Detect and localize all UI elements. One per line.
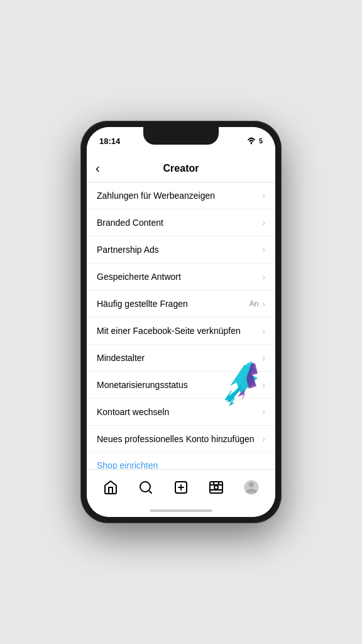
phone-frame: 18:14 5 ‹ Creator Zahlungen für Werbeanz… [80, 121, 282, 523]
back-button[interactable]: ‹ [96, 161, 100, 175]
chevron-icon-zahlungen: › [262, 191, 265, 201]
menu-item-right-kontoart: › [262, 407, 265, 417]
profile-avatar [244, 480, 259, 495]
menu-item-right-gespeicherte-antwort: › [262, 272, 265, 282]
home-indicator [87, 504, 275, 517]
menu-item-zahlungen[interactable]: Zahlungen für Werbeanzeigen › [87, 182, 275, 209]
menu-item-label-neues-konto: Neues professionelles Konto hinzufügen [97, 434, 255, 444]
nav-search[interactable] [133, 475, 158, 500]
menu-item-mindestalter[interactable]: Mindestalter › [87, 345, 275, 372]
menu-item-right-mindestalter: › [262, 353, 265, 363]
menu-item-kontoart[interactable]: Kontoart wechseln › [87, 399, 275, 426]
menu-item-right-facebook: › [262, 326, 265, 336]
menu-item-right-neues-konto: › [262, 434, 265, 444]
menu-item-haeufig[interactable]: Häufig gestellte Fragen An › [87, 291, 275, 318]
menu-item-branded-content[interactable]: Branded Content › [87, 209, 275, 236]
menu-item-right-branded-content: › [262, 218, 265, 228]
menu-item-badge-haeufig: An [250, 299, 259, 308]
menu-item-right-partnership-ads: › [262, 245, 265, 255]
chevron-icon-monetarisierung: › [262, 380, 265, 390]
menu-item-label-haeufig: Häufig gestellte Fragen [97, 299, 188, 309]
menu-item-right-zahlungen: › [262, 191, 265, 201]
menu-item-label-partnership-ads: Partnership Ads [97, 245, 159, 255]
blue-items-container: Shop einrichtenProfil bearbeitenVerifizi… [87, 453, 275, 469]
bottom-nav [87, 469, 275, 504]
header-title: Creator [163, 163, 199, 174]
menu-items-container: Zahlungen für Werbeanzeigen › Branded Co… [87, 182, 275, 453]
status-bar: 18:14 5 [87, 127, 275, 155]
chevron-icon-facebook: › [262, 326, 265, 336]
avatar-icon [244, 480, 258, 495]
nav-home[interactable] [98, 475, 123, 500]
chevron-icon-mindestalter: › [262, 353, 265, 363]
chevron-icon-gespeicherte-antwort: › [262, 272, 265, 282]
status-time: 18:14 [99, 136, 120, 146]
notch [143, 127, 219, 145]
chevron-icon-kontoart: › [262, 407, 265, 417]
chevron-icon-branded-content: › [262, 218, 265, 228]
nav-add[interactable] [168, 475, 194, 500]
menu-item-label-zahlungen: Zahlungen für Werbeanzeigen [97, 191, 215, 201]
home-icon [103, 480, 118, 495]
menu-item-label-branded-content: Branded Content [97, 218, 163, 228]
menu-item-neues-konto[interactable]: Neues professionelles Konto hinzufügen › [87, 426, 275, 453]
wifi-icon [247, 136, 256, 145]
search-icon [138, 480, 153, 495]
menu-item-partnership-ads[interactable]: Partnership Ads › [87, 236, 275, 264]
svg-line-4 [149, 490, 151, 492]
menu-item-monetarisierung[interactable]: Monetarisierungsstatus › [87, 372, 275, 399]
header: ‹ Creator [87, 155, 275, 182]
home-bar [150, 509, 212, 512]
battery-indicator: 5 [259, 137, 263, 145]
menu-item-right-monetarisierung: › [262, 380, 265, 390]
menu-item-label-gespeicherte-antwort: Gespeicherte Antwort [97, 272, 181, 282]
reels-icon [209, 480, 224, 495]
menu-item-gespeicherte-antwort[interactable]: Gespeicherte Antwort › [87, 264, 275, 291]
chevron-icon-haeufig: › [262, 299, 265, 309]
phone-screen: 18:14 5 ‹ Creator Zahlungen für Werbeanz… [87, 127, 275, 517]
svg-point-9 [214, 486, 218, 489]
svg-rect-8 [210, 482, 222, 493]
menu-item-label-monetarisierung: Monetarisierungsstatus [97, 380, 188, 390]
chevron-icon-neues-konto: › [262, 434, 265, 444]
menu-item-right-haeufig: An › [250, 299, 265, 309]
menu-item-label-facebook: Mit einer Facebook-Seite verknüpfen [97, 326, 241, 336]
menu-item-label-kontoart: Kontoart wechseln [97, 407, 169, 417]
menu-item-label-mindestalter: Mindestalter [97, 353, 145, 363]
menu-list: Zahlungen für Werbeanzeigen › Branded Co… [87, 182, 275, 469]
nav-reels[interactable] [204, 475, 229, 500]
add-icon [173, 480, 189, 495]
status-icons: 5 [247, 136, 263, 145]
chevron-icon-partnership-ads: › [262, 245, 265, 255]
blue-item-shop[interactable]: Shop einrichten [87, 453, 275, 469]
menu-item-facebook[interactable]: Mit einer Facebook-Seite verknüpfen › [87, 318, 275, 345]
nav-profile[interactable] [239, 475, 264, 500]
